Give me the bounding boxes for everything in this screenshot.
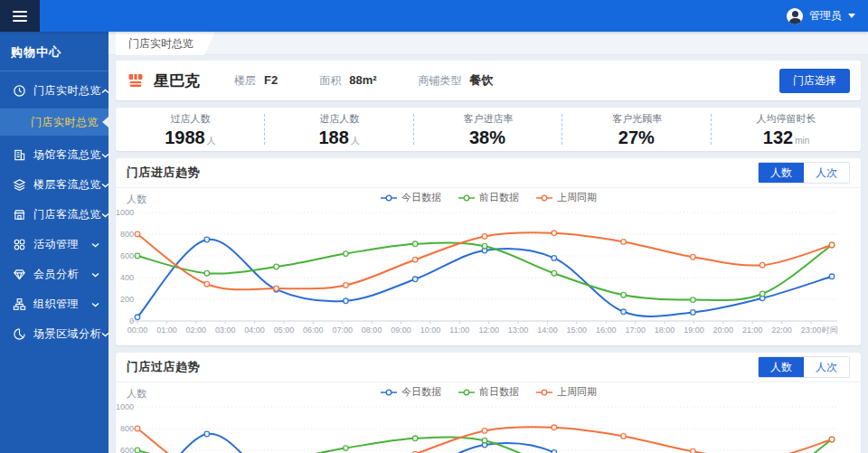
legend-item[interactable]: 前日数据 [458, 385, 519, 399]
svg-text:07:00: 07:00 [332, 326, 353, 335]
sidebar-item-label: 场景区域分析 [33, 326, 101, 342]
svg-text:1000: 1000 [116, 402, 134, 411]
svg-text:23:00: 23:00 [801, 326, 822, 335]
chevron-down-icon [91, 302, 99, 307]
sidebar-item-venue-traffic[interactable]: 场馆客流总览 [0, 140, 108, 170]
svg-text:02:00: 02:00 [186, 326, 207, 335]
sidebar-item-member-analysis[interactable]: 会员分析 [0, 260, 108, 289]
legend-item[interactable]: 今日数据 [380, 385, 441, 399]
avatar [787, 8, 803, 24]
chevron-down-icon [101, 332, 109, 337]
svg-text:14:00: 14:00 [537, 326, 558, 335]
y-axis-label: 人数 [127, 193, 146, 206]
stat-visit-rate: 客户光顾率 27% [562, 108, 712, 151]
svg-text:19:00: 19:00 [684, 326, 704, 335]
sidebar-item-scene-area-analysis[interactable]: 场景区域分析 [0, 319, 108, 349]
svg-text:00:00: 00:00 [127, 326, 148, 335]
legend-item[interactable]: 上周同期 [535, 191, 597, 204]
sidebar: 购物中心 门店实时总览 门店实时总览 场馆客流总览 楼层客流总览 [0, 32, 108, 453]
sidebar-item-label: 组织管理 [33, 297, 91, 312]
sidebar-item-label: 场馆客流总览 [33, 147, 101, 163]
svg-text:200: 200 [120, 295, 134, 304]
sidebar-subitem-label: 门店实时总览 [31, 115, 99, 130]
svg-text:08:00: 08:00 [362, 326, 382, 335]
main-content: 门店实时总览 星巴克 楼层 F2 面积 88m² 商铺类型 餐饮 [108, 32, 868, 453]
layers-icon [12, 178, 26, 193]
store-area: 面积 88m² [319, 73, 376, 89]
svg-text:20:00: 20:00 [713, 326, 734, 335]
legend-item[interactable]: 上周同期 [535, 385, 597, 399]
svg-text:10:00: 10:00 [420, 326, 441, 335]
store-type: 商铺类型 餐饮 [419, 72, 494, 89]
sidebar-item-organization-management[interactable]: 组织管理 [0, 289, 108, 319]
svg-text:06:00: 06:00 [303, 326, 324, 335]
store-select-button[interactable]: 门店选择 [779, 69, 850, 93]
sidebar-item-label: 门店客流总览 [33, 207, 101, 222]
org-chart-icon [12, 297, 26, 312]
enter-trend-chart-card: 门店进店趋势 人数 人次 人数 今日数据前日数据上周同期 02004006008… [116, 158, 861, 345]
svg-text:09:00: 09:00 [391, 326, 411, 335]
line-chart: 0200400600800100000:0001:0002:0003:0004:… [116, 401, 861, 453]
stat-enter-count: 进店人数 188人 [265, 108, 414, 151]
breadcrumb: 门店实时总览 [108, 32, 868, 55]
toggle-persons-button[interactable]: 人数 [759, 357, 804, 377]
pass-by-trend-chart-card: 门店过店趋势 人数 人次 人数 今日数据前日数据上周同期 02004006008… [116, 353, 861, 453]
svg-text:0: 0 [129, 316, 134, 326]
svg-text:04:00: 04:00 [244, 326, 265, 335]
storefront-icon [12, 208, 26, 222]
svg-text:13:00: 13:00 [508, 326, 529, 335]
chart-legend: 今日数据前日数据上周同期 [380, 191, 597, 204]
toggle-persons-button[interactable]: 人数 [759, 163, 804, 183]
svg-text:21:00: 21:00 [742, 326, 763, 335]
kpi-stats-card: 过店人数 1988人 进店人数 188人 客户进店率 38% 客户光顾率 27%… [116, 108, 861, 151]
store-name: 星巴克 [154, 71, 200, 91]
sidebar-item-activity-management[interactable]: 活动管理 [0, 230, 108, 260]
legend-line-icon [380, 388, 398, 397]
svg-text:1000: 1000 [116, 208, 134, 217]
activity-icon [12, 238, 26, 252]
svg-text:600: 600 [120, 251, 134, 260]
legend-line-icon [535, 388, 553, 397]
store-info-card: 星巴克 楼层 F2 面积 88m² 商铺类型 餐饮 门店选择 [116, 61, 861, 100]
svg-text:600: 600 [120, 446, 134, 453]
unit-toggle: 人数 人次 [758, 356, 850, 378]
user-menu[interactable]: 管理员 [787, 8, 868, 24]
building-icon [12, 148, 26, 163]
user-label: 管理员 [809, 8, 842, 24]
svg-text:22:00: 22:00 [771, 326, 792, 335]
chevron-down-icon [91, 272, 99, 278]
chart-title: 门店进店趋势 [127, 165, 200, 181]
legend-item[interactable]: 今日数据 [380, 191, 441, 204]
toggle-times-button[interactable]: 人次 [804, 163, 849, 183]
active-notch [102, 117, 108, 127]
sidebar-item-label: 活动管理 [33, 237, 91, 252]
sidebar-item-label: 楼层客流总览 [33, 177, 101, 193]
svg-text:03:00: 03:00 [215, 326, 236, 335]
sidebar-title: 购物中心 [0, 32, 108, 71]
svg-text:时间: 时间 [822, 326, 838, 335]
hamburger-menu-button[interactable] [0, 0, 40, 32]
sidebar-item-label: 门店实时总览 [33, 83, 101, 99]
chevron-up-icon [101, 89, 109, 94]
legend-line-icon [380, 193, 398, 203]
toggle-times-button[interactable]: 人次 [804, 357, 849, 377]
svg-text:16:00: 16:00 [596, 326, 617, 335]
legend-line-icon [458, 388, 476, 397]
svg-text:800: 800 [120, 424, 134, 433]
y-axis-label: 人数 [127, 387, 146, 401]
member-icon [12, 268, 26, 282]
sidebar-item-store-realtime[interactable]: 门店实时总览 [0, 76, 108, 106]
legend-item[interactable]: 前日数据 [458, 191, 519, 204]
chart-title: 门店过店趋势 [127, 359, 200, 375]
svg-text:05:00: 05:00 [274, 326, 295, 335]
stat-pass-by-count: 过店人数 1988人 [116, 108, 265, 151]
svg-text:400: 400 [120, 273, 134, 282]
sidebar-subitem-store-realtime-active[interactable]: 门店实时总览 [0, 109, 108, 136]
sidebar-item-floor-traffic[interactable]: 楼层客流总览 [0, 170, 108, 200]
legend-line-icon [458, 193, 476, 203]
breadcrumb-tab-active[interactable]: 门店实时总览 [116, 32, 215, 55]
svg-text:15:00: 15:00 [567, 326, 588, 335]
chevron-down-icon [91, 242, 99, 248]
sidebar-item-store-traffic[interactable]: 门店客流总览 [0, 200, 108, 230]
unit-toggle: 人数 人次 [758, 162, 850, 184]
